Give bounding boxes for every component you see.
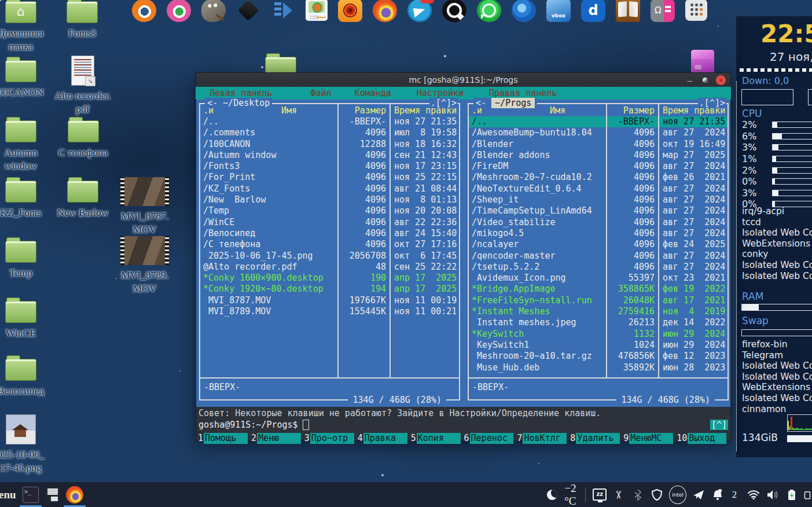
fkey-8[interactable]: 8Удалить [569,433,620,444]
file-row[interactable]: Meshroom-20~a10.tar.gz476856Kфев 12 2023 [469,351,728,362]
taskbar-terminal-button[interactable]: >_ [21,485,41,505]
wifi-icon[interactable] [747,487,760,503]
file-row[interactable]: /For_Print4096ноя 25 22:15 [200,172,459,183]
d-app-icon[interactable]: d [581,0,605,22]
desktop-icon-png[interactable]: 025-10-06_ 17-45.png [0,414,50,475]
fkey-3[interactable]: 3Про~отр [304,433,354,444]
clipboard-scissors-icon[interactable]: ✂ [611,488,627,502]
right-panel-corner-buttons[interactable]: .[^]> [698,98,726,108]
file-row[interactable]: /mikogo4.54096авг 27 2024 [469,228,728,239]
file-row[interactable]: /.comments4096июл 8 19:58 [200,127,459,138]
menu-right-panel[interactable]: Правая панель [489,88,557,98]
menu-left-panel[interactable]: Левая панель [210,88,272,98]
file-row[interactable]: /New Barlow4096ноя 8 01:13 [200,194,459,205]
file-row[interactable]: Muse_Hub.deb35892Kиюн 28 2023 [469,362,728,373]
file-row[interactable]: *Conky 1920×~80.desktop194апр 17 2025 [200,284,459,295]
file-row[interactable]: /FireDM4096авг 27 2024 [469,161,728,172]
notifications-bell-icon[interactable] [711,487,725,503]
file-row[interactable]: /Video_stabilize4096авг 27 2024 [469,217,728,228]
fkey-2[interactable]: 2Меню [251,433,301,444]
taskbar-files-button[interactable] [43,485,63,505]
right-panel-path[interactable]: <- ~/Progs [473,98,537,108]
volume-icon[interactable] [766,487,780,503]
telegram-icon[interactable] [407,0,432,22]
file-row[interactable]: *KeySwitch1132июн 29 2024 [469,329,728,340]
character-map-icon[interactable]: Ω [651,0,675,22]
fkey-5[interactable]: 5Копия [410,433,461,444]
file-row[interactable]: /NeoTextureEdit_0.6.44096авг 27 2024 [469,183,728,194]
shield-icon[interactable] [650,487,664,503]
image-viewer-icon[interactable] [306,0,328,21]
file-row[interactable]: /..-ВВЕРХ-ноя 27 21:35 [200,116,459,127]
whatsapp-icon[interactable] [477,0,501,22]
screensaver-inhibit-icon[interactable]: zz [593,488,607,501]
file-row[interactable]: /Blender4096окт 19 16:49 [469,139,728,150]
file-row[interactable]: Instant meshes.jpeg26213дек 14 2022 [469,317,728,328]
desktop-icon-alto-recorder[interactable]: Alto recorder. pdf [50,56,115,116]
menu-button[interactable]: enu [0,488,20,501]
minimize-button[interactable]: – [685,76,695,85]
maximize-button[interactable] [703,78,708,83]
weather-temperature[interactable]: −2 °C [564,487,578,503]
file-row[interactable]: *Instant Meshes2759416ноя 4 2019 [469,306,728,317]
left-panel-corner-buttons[interactable]: .[^]> [429,98,458,108]
file-row[interactable]: MVI_8789.MOV155445Kноя 11 00:21 [200,306,459,317]
file-row[interactable]: /Sheep_it4096авг 27 2024 [469,194,728,205]
desktop-icon-wince[interactable]: WinCE [0,301,50,340]
file-row[interactable]: /Autumn window4096сен 21 12:43 [200,150,459,161]
fkey-10[interactable]: 10Выход [676,433,726,444]
file-row[interactable]: @Alto recorder.pdf48сен 25 22:22 [200,262,459,273]
fkey-6[interactable]: 6Перенос [464,433,514,444]
shell-prompt[interactable]: gosha@911S:~/Progs$ [^] [196,418,730,431]
file-row[interactable]: /Велосипед4096авг 24 15:40 [200,228,459,239]
desktop-icon-velosiped[interactable]: Велосипед [0,359,50,398]
close-button[interactable]: ✕ [716,75,726,85]
name-column-header[interactable]: Имя [550,105,565,116]
thunderbird-icon[interactable] [512,0,536,22]
desktop-icon-home[interactable]: Домашняя папка [0,1,50,53]
intel-icon[interactable]: intel [669,486,686,504]
virtualbox-icon[interactable]: vbox [546,0,571,22]
mc-titlebar[interactable]: mc [gosha@911S]:~/Progs – ✕ [196,72,731,87]
file-row[interactable]: /Fonts34096ноя 17 23:15 [200,161,459,172]
desktop-icon-autumn-window[interactable]: Autumn window [0,120,50,172]
book-reader-icon[interactable] [616,0,640,22]
battery-icon[interactable] [785,487,799,503]
calculator-icon[interactable] [685,0,707,21]
battery-secondary-icon[interactable] [804,487,811,503]
gimp-icon[interactable] [201,0,226,22]
file-row[interactable]: /Blender addons4096мар 27 2025 [469,150,728,161]
desktop-icon-kz-fonts[interactable]: KZ_Fonts [0,181,50,219]
file-row[interactable]: *Conky 1600×900.desktop190апр 17 2025 [200,273,459,284]
file-row[interactable]: *FreeFileSyn~nstall.run26048Kавг 17 2021 [469,295,728,306]
menu-file[interactable]: Файл [310,88,331,98]
file-row[interactable]: /С телефона4096окт 27 17:16 [200,239,459,250]
fkey-9[interactable]: 9МенюМС [623,433,673,444]
fkey-1[interactable]: 1Помощь [197,433,248,444]
desktop-icon-mvi-8789[interactable]: MVI_8789. MOV [119,236,171,295]
file-row[interactable]: /100CANON12288ноя 18 16:32 [200,139,459,150]
file-row[interactable]: /ncalayer4096фев 24 2025 [469,239,728,250]
name-column-header[interactable]: Имя [281,105,297,116]
weather-moon-icon[interactable] [547,490,557,500]
inkscape-icon[interactable] [236,0,260,22]
bluetooth-icon[interactable] [631,487,645,503]
taskbar-firefox-button[interactable] [65,485,84,505]
fkey-4[interactable]: 4Правка [357,433,407,444]
file-row[interactable]: /KZ_Fonts4096авг 21 08:44 [200,183,459,194]
file-row[interactable]: KeySwitch11024июн 29 2024 [469,340,728,351]
file-row[interactable]: /WinCE4096авг 22 22:36 [200,217,459,228]
obs-icon[interactable] [442,0,466,22]
panel-switch-button[interactable]: [^] [710,420,728,430]
blender-icon[interactable] [132,0,156,22]
file-row[interactable]: /Temp4096ноя 20 20:08 [200,205,459,216]
menu-command[interactable]: Команда [355,88,391,98]
blender-pink-icon[interactable] [167,0,191,22]
desktop-icon-100canon[interactable]: 00CANON [0,60,50,99]
size-column-header[interactable]: Размер [337,105,390,116]
desktop-icon-temp[interactable]: Temp [0,241,50,280]
file-row[interactable]: *Bridge.AppImage358865Kфев 19 2022 [469,284,728,295]
purple-package-icon[interactable] [691,50,714,74]
menu-options[interactable]: Настройки [417,88,464,98]
file-row[interactable]: Avidemux_Icon.png55397окт 23 2021 [469,273,728,284]
